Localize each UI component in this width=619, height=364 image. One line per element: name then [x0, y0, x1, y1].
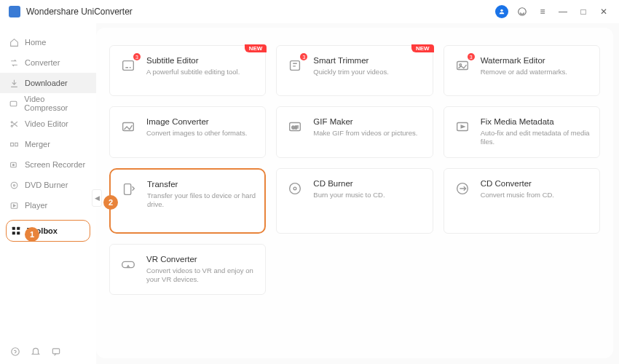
tool-title: Fix Media Metadata [481, 117, 591, 126]
sidebar-item-label: Video Compressor [24, 95, 87, 112]
vr-icon [119, 255, 138, 274]
tool-card-watermark[interactable]: 3 Watermark EditorRemove or add watermar… [443, 45, 600, 96]
tool-card-cd-burner[interactable]: CD BurnerBurn your music to CD. [276, 168, 433, 234]
image-icon [119, 117, 138, 136]
cd-burn-icon [285, 179, 304, 198]
svg-rect-14 [12, 232, 15, 234]
main-panel: NEW 3 Subtitle EditorA powerful subtitle… [96, 28, 613, 358]
merge-icon [9, 139, 19, 149]
help-icon[interactable] [10, 347, 20, 357]
step-annotation-1: 1 [25, 227, 39, 242]
svg-rect-30 [122, 261, 135, 267]
titlebar: Wondershare UniConverter ≡ — □ ✕ [0, 0, 619, 23]
tool-title: CD Converter [481, 179, 591, 188]
feedback-icon[interactable] [51, 347, 61, 357]
sidebar-item-editor[interactable]: Video Editor [0, 114, 96, 134]
svg-rect-2 [10, 101, 17, 106]
maximize-button[interactable]: □ [577, 5, 590, 18]
sidebar-item-merger[interactable]: Merger [0, 134, 96, 154]
step-annotation-2: 2 [103, 195, 118, 210]
tool-title: GIF Maker [313, 117, 423, 126]
svg-rect-19 [291, 61, 300, 71]
metadata-icon [453, 117, 472, 136]
disc-icon [9, 180, 19, 190]
tool-card-gif-maker[interactable]: GIF GIF MakerMake GIF from videos or pic… [276, 106, 433, 158]
subtitle-icon: 3 [119, 56, 138, 75]
sidebar-item-label: Converter [25, 58, 60, 67]
tool-desc: Make GIF from videos or pictures. [313, 129, 423, 138]
minimize-button[interactable]: — [556, 5, 569, 18]
new-badge: NEW [411, 44, 434, 52]
tool-desc: Transfer your files to device or hard dr… [147, 191, 256, 210]
tool-title: Transfer [147, 180, 256, 189]
transfer-icon [119, 180, 138, 199]
tool-card-smart-trimmer[interactable]: NEW 3 Smart TrimmerQuickly trim your vid… [276, 45, 433, 96]
tool-title: CD Burner [313, 179, 423, 188]
svg-rect-17 [52, 349, 59, 354]
new-badge: NEW [245, 44, 267, 52]
tool-desc: Quickly trim your videos. [313, 68, 423, 76]
sidebar-item-converter[interactable]: Converter [0, 52, 96, 73]
menu-icon[interactable]: ≡ [536, 5, 549, 18]
sidebar-item-label: Merger [25, 140, 50, 149]
tool-grid: NEW 3 Subtitle EditorA powerful subtitle… [109, 45, 600, 295]
tool-desc: A powerful subtitle editing tool. [146, 68, 256, 76]
svg-point-21 [460, 64, 462, 66]
sidebar-item-home[interactable]: Home [0, 32, 96, 52]
tool-title: VR Converter [146, 255, 256, 264]
support-icon[interactable] [516, 5, 529, 18]
sidebar-item-recorder[interactable]: Screen Recorder [0, 154, 96, 175]
compress-icon [9, 98, 18, 108]
sidebar-item-compressor[interactable]: Video Compressor [0, 93, 96, 114]
svg-rect-13 [17, 227, 20, 230]
svg-point-10 [13, 184, 15, 186]
svg-rect-26 [125, 183, 131, 194]
svg-point-9 [11, 182, 17, 189]
record-icon [9, 159, 19, 170]
tool-card-transfer[interactable]: 2 TransferTransfer your files to device … [109, 168, 266, 234]
tool-title: Smart Trimmer [313, 56, 423, 65]
tool-title: Subtitle Editor [146, 56, 256, 65]
svg-rect-12 [12, 227, 15, 230]
sidebar-item-downloader[interactable]: Downloader [0, 73, 96, 93]
tool-desc: Convert videos to VR and enjoy on your V… [146, 266, 256, 285]
collapse-sidebar-button[interactable]: ◀ [92, 189, 102, 207]
tool-desc: Remove or add watermarks. [481, 68, 591, 76]
sidebar-item-player[interactable]: Player [0, 195, 96, 215]
sidebar-item-dvd[interactable]: DVD Burner [0, 175, 96, 195]
tool-card-image-converter[interactable]: Image ConverterConvert images to other f… [109, 106, 266, 158]
watermark-icon: 3 [453, 56, 472, 75]
cd-convert-icon [453, 179, 472, 198]
tool-card-subtitle-editor[interactable]: NEW 3 Subtitle EditorA powerful subtitle… [109, 45, 266, 96]
close-button[interactable]: ✕ [597, 5, 610, 18]
svg-rect-5 [10, 143, 13, 146]
tool-card-vr-converter[interactable]: VR ConverterConvert videos to VR and enj… [109, 244, 266, 296]
svg-point-27 [290, 183, 301, 194]
bell-icon[interactable] [31, 347, 41, 357]
user-avatar-icon[interactable] [495, 5, 508, 18]
app-title: Wondershare UniConverter [26, 7, 495, 17]
sidebar-item-toolbox[interactable]: Toolbox [6, 220, 90, 242]
svg-point-16 [12, 348, 20, 356]
sidebar: Home Converter Downloader Video Compress… [0, 23, 96, 364]
svg-rect-18 [123, 61, 134, 71]
svg-point-0 [500, 9, 502, 12]
tool-desc: Burn your music to CD. [313, 191, 423, 199]
sidebar-item-label: Screen Recorder [25, 160, 85, 169]
tool-desc: Auto-fix and edit metadata of media file… [481, 129, 591, 147]
tool-desc: Convert music from CD. [481, 191, 591, 199]
svg-point-28 [293, 187, 296, 190]
svg-rect-15 [17, 232, 20, 234]
svg-point-8 [12, 164, 14, 165]
svg-rect-6 [15, 143, 17, 146]
sidebar-item-label: Home [25, 38, 46, 47]
converter-icon [9, 58, 19, 68]
tool-title: Watermark Editor [481, 56, 591, 65]
tool-card-metadata[interactable]: Fix Media MetadataAuto-fix and edit meta… [443, 106, 600, 158]
svg-text:GIF: GIF [292, 125, 299, 130]
tool-card-cd-converter[interactable]: CD ConverterConvert music from CD. [443, 168, 600, 234]
scissors-icon [9, 119, 19, 129]
home-icon [9, 37, 19, 47]
svg-point-4 [11, 125, 12, 127]
tool-desc: Convert images to other formats. [146, 129, 256, 138]
